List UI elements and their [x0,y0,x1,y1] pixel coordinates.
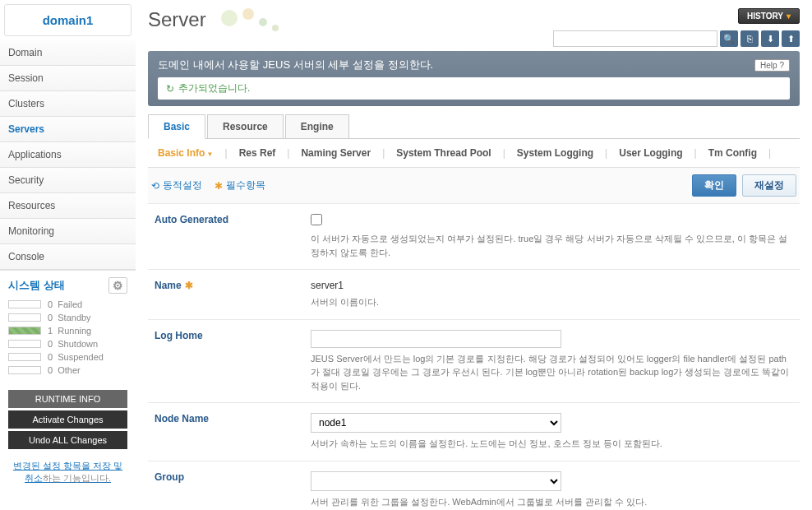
reset-button[interactable]: 재설정 [742,174,796,197]
sidebar-item-security[interactable]: Security [0,168,136,193]
subtab-res-ref[interactable]: Res Ref [236,147,279,159]
sidebar-item-resources[interactable]: Resources [0,193,136,219]
status-header: 시스템 상태 ⚙ [8,277,127,298]
tab-basic[interactable]: Basic [148,114,205,139]
decorative-dots [219,8,281,31]
label-auto-generated: Auto Generated [155,214,311,225]
dynamic-icon: ⟲ [151,180,159,192]
main-content: Server HISTORY 🔍 ⎘ ⬇ ⬆ 도메인 내에서 사용할 JEUS … [136,0,812,510]
subtab-basic-info[interactable]: Basic Info [155,147,217,159]
subtab-tm-config[interactable]: Tm Config [705,147,760,159]
activate-changes-button[interactable]: Activate Changes [8,410,127,429]
log-home-input[interactable] [311,330,561,348]
tab-engine[interactable]: Engine [285,114,349,138]
undo-changes-button[interactable]: Undo ALL Changes [8,431,127,449]
sidebar-item-session[interactable]: Session [0,66,136,91]
sidebar-item-monitoring[interactable]: Monitoring [0,219,136,244]
status-config-icon[interactable]: ⚙ [108,277,127,294]
sidebar-item-console[interactable]: Console [0,244,136,270]
search-input[interactable] [553,30,717,47]
legend-dynamic: ⟲ 동적설정 [151,178,202,192]
auto-generated-checkbox[interactable] [311,214,322,225]
xml-import-icon[interactable]: ⬇ [761,30,779,47]
subtab-naming-server[interactable]: Naming Server [298,147,374,159]
sidebar-item-domain[interactable]: Domain [0,40,136,66]
runtime-info-button[interactable]: RUNTIME INFO [8,390,127,408]
sidebar-item-clusters[interactable]: Clusters [0,91,136,117]
label-group: Group [155,471,311,483]
desc-name: 서버의 이름이다. [311,295,793,309]
desc-node-name: 서버가 속하는 노드의 이름을 설정한다. 노드에는 머신 정보, 호스트 정보… [311,437,793,451]
tab-resource[interactable]: Resource [207,114,284,138]
confirm-button[interactable]: 확인 [692,174,736,197]
required-icon: ✱ [215,180,223,192]
required-icon: ✱ [185,280,193,291]
export-icon[interactable]: ⎘ [740,30,759,47]
label-name: Name✱ [155,280,311,291]
sidebar-item-servers[interactable]: Servers [0,117,136,142]
subtab-thread-pool[interactable]: System Thread Pool [393,147,494,159]
sub-tabs: Basic Info | Res Ref | Naming Server | S… [148,139,800,168]
success-message: ↻ 추가되었습니다. [158,77,790,100]
label-log-home: Log Home [155,330,311,341]
xml-export-icon[interactable]: ⬆ [782,30,800,47]
search-icon[interactable]: 🔍 [720,30,738,47]
desc-auto-generated: 이 서버가 자동으로 생성되었는지 여부가 설정된다. true일 경우 해당 … [311,232,793,259]
info-bar: 도메인 내에서 사용할 JEUS 서버의 세부 설정을 정의한다. Help ↻… [148,51,800,106]
group-select[interactable] [311,471,561,491]
refresh-icon: ↻ [166,83,174,95]
sidebar-note: 변경된 설정 항목을 저장 및 취소하는 기능입니다. [0,456,136,489]
help-button[interactable]: Help [754,59,790,72]
name-value: server1 [311,280,793,291]
tabs: Basic Resource Engine [148,114,800,139]
sidebar-item-applications[interactable]: Applications [0,142,136,168]
label-node-name: Node Name [155,413,311,424]
legend-required: ✱ 필수항목 [215,178,265,192]
domain-header[interactable]: domain1 [4,4,131,36]
subtab-system-logging[interactable]: System Logging [514,147,597,159]
sidebar: domain1 Domain Session Clusters Servers … [0,0,136,510]
desc-group: 서버 관리를 위한 그룹을 설정한다. WebAdmin에서 그룹별로 서버를 … [311,495,793,509]
node-name-select[interactable]: node1 [311,413,561,433]
page-title: Server [148,8,281,31]
desc-log-home: JEUS Server에서 만드는 log의 기본 경로를 지정한다. 해당 경… [311,352,793,393]
history-button[interactable]: HISTORY [738,8,800,24]
subtab-user-logging[interactable]: User Logging [616,147,685,159]
